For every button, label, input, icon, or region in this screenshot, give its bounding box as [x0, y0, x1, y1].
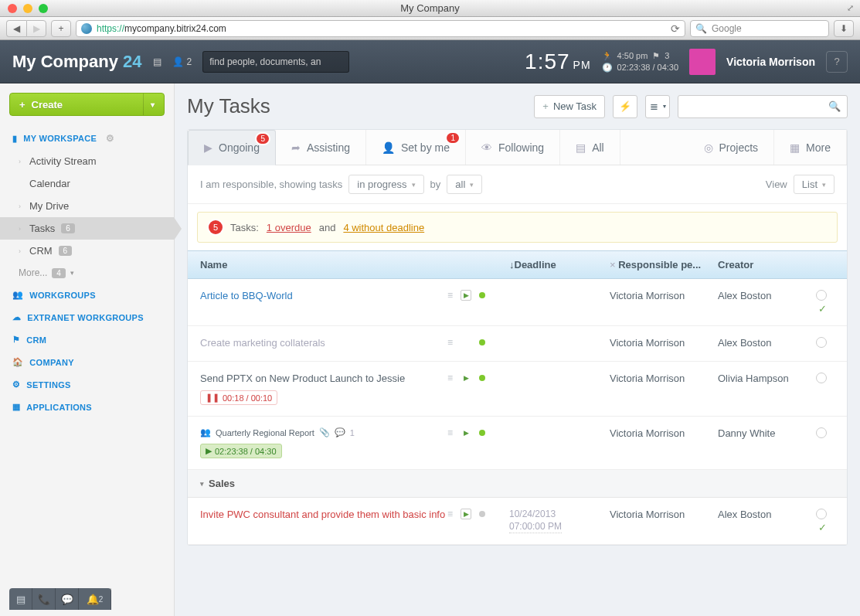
global-search[interactable]: find people, documents, an [202, 51, 349, 73]
table-row[interactable]: Create marketing collaterals ≡ Victoria … [188, 326, 847, 362]
responsible-cell: Victoria Morrison [610, 290, 718, 301]
new-task-button[interactable]: +New Task [534, 95, 605, 118]
row-menu-icon[interactable]: ≡ [447, 509, 453, 519]
sidebar-section-crm[interactable]: ⚑CRM [0, 328, 174, 351]
browser-search[interactable]: 🔍 Google [690, 20, 829, 37]
overdue-link[interactable]: 1 overdue [267, 222, 311, 233]
table-row[interactable]: Article to BBQ-World ≡▶ Victoria Morriso… [188, 279, 847, 326]
gear-icon[interactable]: ⚙ [106, 133, 114, 144]
row-menu-icon[interactable]: ≡ [447, 290, 453, 301]
check-circle[interactable] [816, 373, 827, 383]
play-icon[interactable]: ▶ [461, 509, 471, 519]
sidebar-section-workgroups[interactable]: 👥WORKGROUPS [0, 284, 174, 306]
reload-icon[interactable]: ⟳ [671, 22, 680, 35]
notification-users-icon[interactable]: 👤 2 [172, 56, 192, 67]
logo[interactable]: My Company 24 [12, 52, 142, 72]
comment-icon: 💬 [335, 427, 345, 437]
filter-prefix: I am responsible, showing tasks [200, 179, 342, 190]
table-row[interactable]: Invite PWC consultant and provide them w… [188, 498, 847, 545]
status-dot [479, 430, 485, 436]
avatar[interactable] [689, 49, 716, 75]
col-name[interactable]: Name [200, 259, 447, 271]
col-creator[interactable]: Creator [718, 259, 811, 271]
filter-by[interactable]: all▾ [447, 175, 482, 194]
caret-down-icon: ▾ [143, 100, 155, 109]
sidebar-item-drive[interactable]: ›My Drive [0, 195, 174, 217]
table-row[interactable]: Send PPTX on New Product Launch to Jessi… [188, 362, 847, 417]
minimize-window-button[interactable] [23, 4, 32, 13]
row-menu-icon[interactable]: ≡ [447, 373, 453, 383]
sidebar-section-settings[interactable]: ⚙SETTINGS [0, 373, 174, 396]
task-title[interactable]: Create marketing collaterals [200, 337, 447, 349]
check-circle[interactable] [816, 337, 827, 348]
stack-icon: ▤ [576, 141, 586, 154]
dock-collapse-icon[interactable]: ▤ [9, 588, 32, 610]
plus-icon: + [19, 99, 25, 111]
row-menu-icon[interactable]: ≡ [447, 337, 453, 348]
col-responsible[interactable]: × Responsible pe... [610, 259, 718, 271]
filter-status[interactable]: in progress▾ [348, 175, 423, 194]
sidebar-section-applications[interactable]: ▦APPLICATIONS [0, 396, 174, 418]
row-menu-icon[interactable]: ≡ [447, 427, 453, 438]
quick-action-button[interactable]: ⚡ [613, 95, 637, 118]
grid-icon: ▦ [790, 141, 800, 154]
tab-setbyme[interactable]: 👤Set by me1 [366, 130, 466, 165]
sidebar-item-tasks[interactable]: ›Tasks 6 [0, 217, 174, 240]
downloads-button[interactable]: ⬇ [834, 20, 854, 37]
check-circle[interactable] [816, 509, 827, 519]
create-button[interactable]: + Create ▾ [9, 93, 165, 116]
col-deadline[interactable]: ↓Deadline [509, 259, 610, 271]
username[interactable]: Victoria Morrison [726, 56, 815, 68]
task-title-link[interactable]: Article to BBQ-World [200, 290, 447, 301]
dock-bell-icon[interactable]: 🔔 2 [79, 588, 111, 610]
table-row[interactable]: 👥 Quarterly Regional Report 📎 💬1 ▶ 02:23… [188, 417, 847, 470]
tab-more[interactable]: ▦More [774, 130, 847, 165]
play-icon[interactable]: ▶ [461, 290, 471, 301]
sidebar-item-crm[interactable]: ›CRM 6 [0, 240, 174, 262]
timer-running[interactable]: ▶ 02:23:38 / 04:30 [200, 444, 282, 458]
tab-following[interactable]: 👁Following [466, 130, 560, 165]
status-dot [479, 375, 485, 381]
check-circle[interactable] [816, 427, 827, 438]
forward-button[interactable]: ▶ [26, 20, 46, 37]
app-header: My Company 24 ▤ 👤 2 find people, documen… [0, 40, 860, 83]
tab-projects[interactable]: ◎Projects [688, 130, 775, 165]
check-circle[interactable] [816, 290, 827, 301]
sidebar-item-calendar[interactable]: Calendar [0, 172, 174, 195]
close-window-button[interactable] [8, 4, 17, 13]
group-row[interactable]: ▾ Sales [188, 470, 847, 498]
address-bar[interactable]: https://mycompany.bitrix24.com ⟳ [76, 20, 685, 37]
sidebar-section-extranet[interactable]: ☁EXTRANET WORKGROUPS [0, 306, 174, 328]
person-icon: 👤 [382, 141, 395, 154]
sidebar-more[interactable]: More... 4 ▾ [0, 262, 174, 284]
task-title[interactable]: Send PPTX on New Product Launch to Jessi… [200, 373, 447, 384]
tab-assisting[interactable]: ➦Assisting [276, 130, 366, 165]
expand-sidebar-icon[interactable]: ▤ [153, 56, 161, 67]
task-meta: 👥 Quarterly Regional Report 📎 💬1 [200, 427, 447, 437]
tab-all[interactable]: ▤All [560, 130, 620, 165]
sidebar-section-workspace[interactable]: ▮ MY WORKSPACE ⚙ [0, 127, 174, 150]
tab-ongoing[interactable]: ▶Ongoing5 [188, 130, 276, 165]
add-bookmark-button[interactable]: + [51, 20, 71, 37]
maximize-window-button[interactable] [39, 4, 48, 13]
dock-chat-icon[interactable]: 💬 [56, 588, 79, 610]
task-title[interactable]: Quarterly Regional Report [216, 428, 314, 437]
nodeadline-link[interactable]: 4 without deadline [343, 222, 424, 233]
timer-paused[interactable]: ❚❚ 00:18 / 00:10 [200, 390, 277, 405]
task-title[interactable]: Invite PWC consultant and provide them w… [200, 509, 447, 520]
apps-icon: ▦ [12, 402, 20, 412]
view-select[interactable]: List▾ [794, 175, 835, 194]
play-icon[interactable]: ▶ [461, 373, 471, 383]
sidebar-item-activity[interactable]: ›Activity Stream [0, 150, 174, 172]
fullscreen-icon[interactable]: ⤢ [847, 3, 854, 13]
search-icon: 🔍 [695, 23, 707, 34]
sidebar-section-company[interactable]: 🏠COMPANY [0, 351, 174, 373]
dock-phone-icon[interactable]: 📞 [32, 588, 56, 610]
play-icon[interactable]: ▶ [461, 427, 471, 438]
people-icon: 👥 [200, 427, 211, 437]
deadline-text[interactable]: 10/24/201307:00:00 PM [509, 509, 562, 533]
list-settings-button[interactable]: ≣▾ [645, 95, 670, 118]
task-search[interactable]: 🔍 [678, 95, 848, 118]
help-button[interactable]: ? [826, 51, 848, 73]
back-button[interactable]: ◀ [6, 20, 26, 37]
